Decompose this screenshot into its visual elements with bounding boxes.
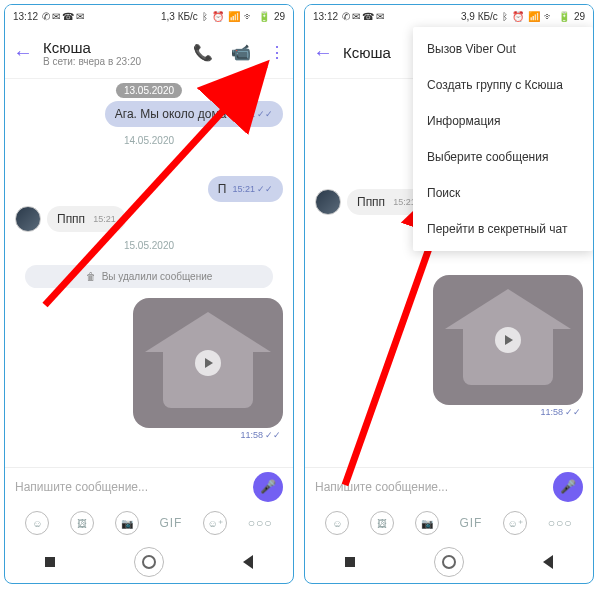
battery-pct: 29 — [274, 11, 285, 22]
wifi-icon: ᯤ — [244, 11, 254, 22]
attachment-row: ☺ 🖼 📷 GIF ☺⁺ ○○○ — [305, 505, 593, 541]
status-time: 13:12 — [313, 11, 338, 22]
nav-recent-icon[interactable] — [345, 557, 355, 567]
message-out[interactable]: Ага. Мы около дома 10:41 ✓✓ — [105, 101, 283, 127]
gif-icon[interactable]: GIF — [159, 511, 182, 535]
gif-icon[interactable]: GIF — [459, 511, 482, 535]
avatar[interactable] — [15, 206, 41, 232]
message-in-row[interactable]: Пппп 15:21 — [15, 206, 283, 232]
chat-title[interactable]: Ксюша — [43, 39, 183, 56]
nav-bar — [5, 541, 293, 583]
nav-back-icon[interactable] — [543, 555, 553, 569]
nav-bar — [305, 541, 593, 583]
status-app-icons: ✆✉☎✉ — [42, 11, 84, 22]
input-bar: Напишите сообщение... 🎤 — [5, 467, 293, 505]
nav-recent-icon[interactable] — [45, 557, 55, 567]
play-icon[interactable] — [195, 350, 221, 376]
read-icon: ✓✓ — [257, 184, 273, 194]
status-bar: 13:12 ✆✉☎✉ 3,9 КБ/с ᛒ ⏰ 📶 ᯤ 🔋 29 — [305, 5, 593, 27]
chat-area[interactable]: 13.05.2020 Ага. Мы около дома 10:41 ✓✓ 1… — [5, 79, 293, 467]
date-badge: 13.05.2020 — [116, 83, 182, 98]
battery-icon: 🔋 — [558, 11, 570, 22]
overflow-menu: Вызов Viber Out Создать группу с Ксюша И… — [413, 27, 593, 251]
signal-icon: 📶 — [228, 11, 240, 22]
sticker-icon[interactable]: ☺ — [325, 511, 349, 535]
more-icon[interactable]: ○○○ — [248, 511, 273, 535]
video-icon[interactable]: 📹 — [231, 43, 251, 62]
alarm-icon: ⏰ — [212, 11, 224, 22]
chat-header: ← Ксюша В сети: вчера в 23:20 📞 📹 ⋮ — [5, 27, 293, 79]
more-icon[interactable]: ○○○ — [548, 511, 573, 535]
input-bar: Напишите сообщение... 🎤 — [305, 467, 593, 505]
message-time: 10:41 — [232, 109, 255, 119]
message-time: 11:58 — [540, 407, 563, 417]
menu-item-secret-chat[interactable]: Перейти в секретный чат — [413, 211, 593, 247]
date-separator: 14.05.2020 — [15, 135, 283, 146]
battery-pct: 29 — [574, 11, 585, 22]
status-time: 13:12 — [13, 11, 38, 22]
message-time: 15:21 — [232, 184, 255, 194]
phone-left: 13:12 ✆✉☎✉ 1,3 КБ/с ᛒ ⏰ 📶 ᯤ 🔋 29 ← Ксюша… — [4, 4, 294, 584]
menu-item-search[interactable]: Поиск — [413, 175, 593, 211]
phone-right: 13:12 ✆✉☎✉ 3,9 КБ/с ᛒ ⏰ 📶 ᯤ 🔋 29 ← Ксюша… — [304, 4, 594, 584]
message-out[interactable]: П 15:21 ✓✓ — [208, 176, 283, 202]
message-media-out[interactable]: 11:58 ✓✓ — [433, 275, 583, 417]
menu-item-viber-out[interactable]: Вызов Viber Out — [413, 31, 593, 67]
menu-item-create-group[interactable]: Создать группу с Ксюша — [413, 67, 593, 103]
camera-icon[interactable]: 📷 — [115, 511, 139, 535]
emoji-plus-icon[interactable]: ☺⁺ — [503, 511, 527, 535]
message-in[interactable]: Пппп 15:21 — [47, 206, 126, 232]
attachment-row: ☺ 🖼 📷 GIF ☺⁺ ○○○ — [5, 505, 293, 541]
system-message: 🗑 Вы удалили сообщение — [25, 265, 273, 288]
read-icon: ✓✓ — [565, 407, 581, 417]
avatar[interactable] — [315, 189, 341, 215]
message-time: 11:58 — [240, 430, 263, 440]
emoji-plus-icon[interactable]: ☺⁺ — [203, 511, 227, 535]
call-icon[interactable]: 📞 — [193, 43, 213, 62]
message-text: Пппп — [357, 195, 385, 209]
gallery-icon[interactable]: 🖼 — [370, 511, 394, 535]
status-bar: 13:12 ✆✉☎✉ 1,3 КБ/с ᛒ ⏰ 📶 ᯤ 🔋 29 — [5, 5, 293, 27]
battery-icon: 🔋 — [258, 11, 270, 22]
signal-icon: 📶 — [528, 11, 540, 22]
alarm-icon: ⏰ — [512, 11, 524, 22]
message-time: 15:21 — [93, 214, 116, 224]
camera-icon[interactable]: 📷 — [415, 511, 439, 535]
status-app-icons: ✆✉☎✉ — [342, 11, 384, 22]
gallery-icon[interactable]: 🖼 — [70, 511, 94, 535]
mic-button[interactable]: 🎤 — [253, 472, 283, 502]
message-text: Пппп — [57, 212, 85, 226]
menu-icon[interactable]: ⋮ — [269, 43, 285, 62]
status-rate: 1,3 КБ/с — [161, 11, 198, 22]
chat-subtitle: В сети: вчера в 23:20 — [43, 56, 183, 67]
read-icon: ✓✓ — [257, 109, 273, 119]
message-input[interactable]: Напишите сообщение... — [15, 480, 245, 494]
trash-icon: 🗑 — [86, 271, 96, 282]
sticker-icon[interactable]: ☺ — [25, 511, 49, 535]
status-rate: 3,9 КБ/с — [461, 11, 498, 22]
play-icon[interactable] — [495, 327, 521, 353]
read-icon: ✓✓ — [265, 430, 281, 440]
back-icon[interactable]: ← — [313, 41, 333, 64]
nav-home-icon[interactable] — [434, 547, 464, 577]
wifi-icon: ᯤ — [544, 11, 554, 22]
system-text: Вы удалили сообщение — [102, 271, 213, 282]
menu-item-select-messages[interactable]: Выберите сообщения — [413, 139, 593, 175]
bluetooth-icon: ᛒ — [502, 11, 508, 22]
menu-item-info[interactable]: Информация — [413, 103, 593, 139]
message-text: П — [218, 182, 227, 196]
message-text: Ага. Мы около дома — [115, 107, 227, 121]
message-media-out[interactable]: 11:58 ✓✓ — [133, 298, 283, 440]
bluetooth-icon: ᛒ — [202, 11, 208, 22]
mic-button[interactable]: 🎤 — [553, 472, 583, 502]
date-separator: 15.05.2020 — [15, 240, 283, 251]
nav-home-icon[interactable] — [134, 547, 164, 577]
nav-back-icon[interactable] — [243, 555, 253, 569]
back-icon[interactable]: ← — [13, 41, 33, 64]
message-input[interactable]: Напишите сообщение... — [315, 480, 545, 494]
